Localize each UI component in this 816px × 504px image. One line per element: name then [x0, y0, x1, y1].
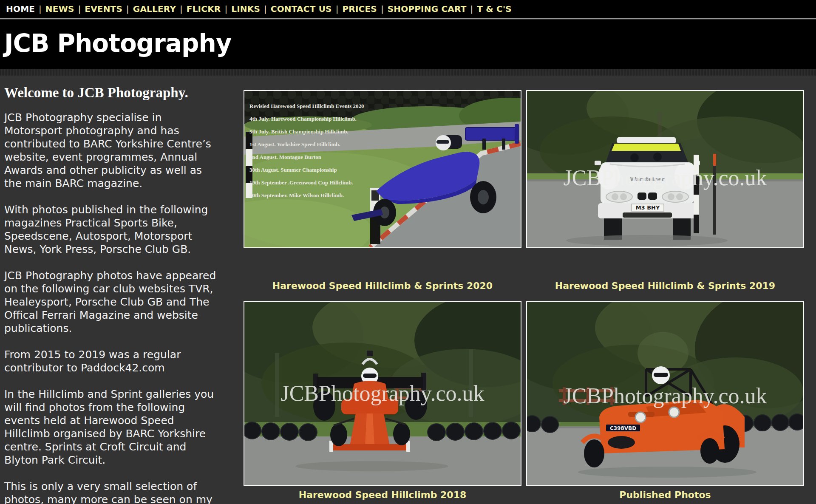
bmw-number-plate: M3 BHY — [636, 204, 660, 211]
nav-item-news[interactable]: NEWS — [45, 4, 74, 14]
svg-text:Revisied Harewood Speed Hillcl: Revisied Harewood Speed Hillclimb Events… — [249, 103, 364, 109]
svg-text:19th September .Greenwood Cup: 19th September .Greenwood Cup Hillclimb. — [249, 179, 353, 186]
kitcar-number-plate: C398VBD — [610, 425, 636, 431]
svg-text:1st August. Yorkshire Speed Hi: 1st August. Yorkshire Speed Hillclimb. — [249, 141, 340, 147]
watermark-text: JCBPhotography.co.uk — [563, 166, 767, 190]
svg-text:30th August. Summer Championsh: 30th August. Summer Championship — [249, 167, 337, 173]
nav-item-shopping-cart[interactable]: SHOPPING CART — [388, 4, 467, 14]
nav-item-prices[interactable]: PRICES — [342, 4, 377, 14]
nav-separator: | — [176, 4, 187, 14]
nav-separator: | — [467, 4, 477, 14]
gallery-caption-harewood-2019[interactable]: Harewood Speed Hillclimb & Sprints 2019 — [526, 280, 804, 291]
nav-item-gallery[interactable]: GALLERY — [133, 4, 176, 14]
intro-column: Welcome to JCB Photography. JCB Photogra… — [4, 85, 219, 504]
svg-text:20th September. Mike Wilson Hi: 20th September. Mike Wilson Hillclimb. — [249, 192, 344, 198]
intro-paragraph: This is only a very small selection of p… — [4, 480, 219, 504]
gallery-caption-harewood-2020[interactable]: Harewood Speed Hillclimb & Sprints 2020 — [244, 280, 521, 291]
nav-item-flickr[interactable]: FLICKR — [187, 4, 221, 14]
intro-paragraph: From 2015 to 2019 was a regular contribu… — [4, 348, 219, 374]
nav-separator: | — [332, 4, 343, 14]
nav-item-contact-us[interactable]: CONTACT US — [271, 4, 332, 14]
svg-text:5th July. British Championship: 5th July. British Championship Hillclimb… — [249, 128, 348, 135]
gallery-photo-harewood-2020[interactable]: Revisied Harewood Speed Hillclimb Events… — [244, 90, 521, 248]
nav-separator: | — [74, 4, 85, 14]
gallery-caption-published[interactable]: Published Photos — [526, 490, 804, 500]
nav-separator: | — [260, 4, 271, 14]
nav-item-events[interactable]: EVENTS — [85, 4, 122, 14]
site-header: JCB Photography — [0, 20, 816, 69]
gallery-photo-published[interactable]: C398VBD JCBPhotography.co.uk — [526, 301, 804, 486]
header-texture-divider — [0, 69, 816, 76]
nav-separator: | — [122, 4, 133, 14]
intro-paragraph: JCB Photography specialise in Motorsport… — [4, 111, 219, 190]
site-title: JCB Photography — [0, 20, 816, 58]
nav-item-home[interactable]: HOME — [6, 4, 35, 14]
watermark-text: JCBPhotography.co.uk — [280, 381, 484, 405]
svg-text:4th July. Harewood Championshi: 4th July. Harewood Championship Hillclim… — [249, 116, 357, 122]
intro-paragraph: JCB Photography photos have appeared on … — [4, 269, 219, 335]
nav-item-tandcs[interactable]: T & C'S — [477, 4, 512, 14]
gallery-photo-harewood-2019[interactable]: Warsteiner M3 BHY JCBPhotography.co.uk — [526, 90, 804, 248]
photo-harewood-2018-scene: JCBPhotography.co.uk — [244, 302, 521, 485]
watermark-text: JCBPhotography.co.uk — [563, 384, 767, 408]
nav-separator: | — [377, 4, 388, 14]
gallery-caption-harewood-2018[interactable]: Harewood Speed Hillclimb 2018 — [244, 490, 521, 500]
photo-harewood-2020-scene: Revisied Harewood Speed Hillclimb Events… — [244, 91, 521, 247]
nav-separator: | — [35, 4, 45, 14]
gallery-photo-harewood-2018[interactable]: JCBPhotography.co.uk — [244, 301, 521, 486]
photo-harewood-2019-scene: Warsteiner M3 BHY JCBPhotography.co.uk — [527, 91, 803, 247]
nav-separator: | — [221, 4, 231, 14]
svg-text:2nd August. Montague Burton: 2nd August. Montague Burton — [249, 154, 322, 160]
intro-paragraph: With photos published in the following m… — [4, 203, 219, 256]
intro-paragraph: In the Hillclimb and Sprint galleries yo… — [4, 388, 219, 467]
photo-published-scene: C398VBD JCBPhotography.co.uk — [527, 302, 803, 485]
welcome-heading: Welcome to JCB Photography. — [4, 85, 219, 101]
top-nav: HOME | NEWS | EVENTS | GALLERY | FLICKR … — [0, 0, 816, 19]
nav-item-links[interactable]: LINKS — [231, 4, 260, 14]
